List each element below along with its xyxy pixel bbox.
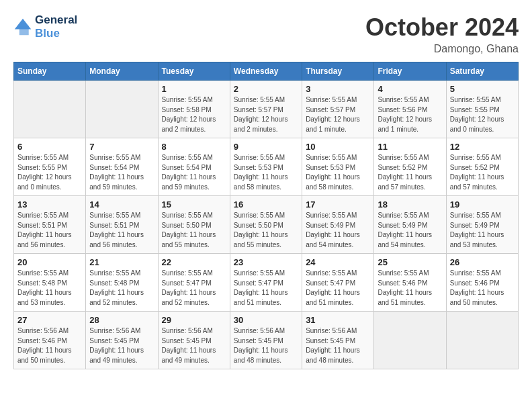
day-info: Sunrise: 5:55 AMSunset: 5:53 PMDaylight:…: [306, 153, 370, 192]
calendar-cell: 8Sunrise: 5:55 AMSunset: 5:54 PMDaylight…: [158, 138, 230, 196]
day-number: 12: [450, 142, 515, 152]
calendar-header: SundayMondayTuesdayWednesdayThursdayFrid…: [14, 62, 519, 81]
day-info: Sunrise: 5:55 AMSunset: 5:47 PMDaylight:…: [234, 269, 298, 308]
calendar-cell: 24Sunrise: 5:55 AMSunset: 5:47 PMDayligh…: [302, 254, 374, 312]
calendar-cell: 28Sunrise: 5:56 AMSunset: 5:45 PMDayligh…: [86, 312, 158, 369]
calendar-table: SundayMondayTuesdayWednesdayThursdayFrid…: [13, 62, 519, 369]
day-info: Sunrise: 5:55 AMSunset: 5:46 PMDaylight:…: [378, 269, 442, 308]
day-number: 10: [306, 142, 370, 152]
day-number: 8: [162, 142, 226, 152]
day-info: Sunrise: 5:56 AMSunset: 5:45 PMDaylight:…: [89, 326, 154, 365]
day-info: Sunrise: 5:55 AMSunset: 5:57 PMDaylight:…: [306, 95, 370, 134]
calendar-cell: 3Sunrise: 5:55 AMSunset: 5:57 PMDaylight…: [302, 81, 374, 138]
day-info: Sunrise: 5:55 AMSunset: 5:56 PMDaylight:…: [378, 95, 442, 134]
day-number: 26: [450, 257, 515, 267]
day-number: 17: [306, 199, 370, 210]
day-number: 2: [234, 84, 298, 94]
calendar-cell: 2Sunrise: 5:55 AMSunset: 5:57 PMDaylight…: [230, 81, 302, 138]
day-number: 11: [378, 142, 442, 152]
day-info: Sunrise: 5:55 AMSunset: 5:52 PMDaylight:…: [378, 153, 442, 192]
day-number: 6: [17, 142, 82, 152]
day-number: 15: [162, 199, 226, 210]
day-number: 16: [234, 199, 298, 210]
day-number: 4: [378, 84, 442, 94]
week-row-3: 13Sunrise: 5:55 AMSunset: 5:51 PMDayligh…: [14, 196, 519, 254]
day-info: Sunrise: 5:55 AMSunset: 5:47 PMDaylight:…: [162, 269, 226, 308]
month-title: October 2024: [365, 13, 519, 42]
day-number: 25: [378, 257, 442, 267]
calendar-cell: 7Sunrise: 5:55 AMSunset: 5:54 PMDaylight…: [86, 138, 158, 196]
calendar-cell: 14Sunrise: 5:55 AMSunset: 5:51 PMDayligh…: [86, 196, 158, 254]
day-info: Sunrise: 5:55 AMSunset: 5:49 PMDaylight:…: [306, 211, 370, 250]
day-info: Sunrise: 5:55 AMSunset: 5:52 PMDaylight:…: [450, 153, 515, 192]
day-number: 20: [17, 257, 82, 267]
calendar-cell: 29Sunrise: 5:56 AMSunset: 5:45 PMDayligh…: [158, 312, 230, 369]
header-day-saturday: Saturday: [446, 62, 518, 81]
day-number: 9: [234, 142, 298, 152]
day-info: Sunrise: 5:56 AMSunset: 5:46 PMDaylight:…: [17, 326, 82, 365]
day-number: 1: [162, 84, 226, 94]
header-day-wednesday: Wednesday: [230, 62, 302, 81]
day-info: Sunrise: 5:55 AMSunset: 5:55 PMDaylight:…: [450, 95, 515, 134]
day-number: 7: [89, 142, 154, 152]
page-header: General Blue October 2024 Damongo, Ghana: [13, 13, 519, 55]
calendar-cell: 17Sunrise: 5:55 AMSunset: 5:49 PMDayligh…: [302, 196, 374, 254]
header-day-sunday: Sunday: [14, 62, 86, 81]
calendar-cell: 22Sunrise: 5:55 AMSunset: 5:47 PMDayligh…: [158, 254, 230, 312]
calendar-cell: 26Sunrise: 5:55 AMSunset: 5:46 PMDayligh…: [446, 254, 518, 312]
day-number: 13: [17, 199, 82, 210]
day-number: 21: [89, 257, 154, 267]
location-title: Damongo, Ghana: [365, 43, 519, 55]
day-number: 22: [162, 257, 226, 267]
week-row-4: 20Sunrise: 5:55 AMSunset: 5:48 PMDayligh…: [14, 254, 519, 312]
calendar-cell: 9Sunrise: 5:55 AMSunset: 5:53 PMDaylight…: [230, 138, 302, 196]
header-day-thursday: Thursday: [302, 62, 374, 81]
day-number: 24: [306, 257, 370, 267]
day-info: Sunrise: 5:56 AMSunset: 5:45 PMDaylight:…: [234, 326, 298, 365]
day-info: Sunrise: 5:55 AMSunset: 5:51 PMDaylight:…: [89, 211, 154, 250]
header-day-monday: Monday: [86, 62, 158, 81]
day-info: Sunrise: 5:55 AMSunset: 5:51 PMDaylight:…: [17, 211, 82, 250]
day-info: Sunrise: 5:56 AMSunset: 5:45 PMDaylight:…: [306, 326, 370, 365]
day-info: Sunrise: 5:55 AMSunset: 5:57 PMDaylight:…: [234, 95, 298, 134]
day-number: 23: [234, 257, 298, 267]
calendar-cell: 10Sunrise: 5:55 AMSunset: 5:53 PMDayligh…: [302, 138, 374, 196]
calendar-cell: 25Sunrise: 5:55 AMSunset: 5:46 PMDayligh…: [374, 254, 446, 312]
day-info: Sunrise: 5:55 AMSunset: 5:53 PMDaylight:…: [234, 153, 298, 192]
header-day-tuesday: Tuesday: [158, 62, 230, 81]
title-area: October 2024 Damongo, Ghana: [365, 13, 519, 55]
calendar-cell: 30Sunrise: 5:56 AMSunset: 5:45 PMDayligh…: [230, 312, 302, 369]
day-number: 31: [306, 315, 370, 325]
calendar-cell: 11Sunrise: 5:55 AMSunset: 5:52 PMDayligh…: [374, 138, 446, 196]
logo: General Blue: [13, 13, 77, 40]
day-info: Sunrise: 5:55 AMSunset: 5:48 PMDaylight:…: [17, 269, 82, 308]
calendar-cell: [14, 81, 86, 138]
day-info: Sunrise: 5:55 AMSunset: 5:48 PMDaylight:…: [89, 269, 154, 308]
calendar-cell: 20Sunrise: 5:55 AMSunset: 5:48 PMDayligh…: [14, 254, 86, 312]
calendar-cell: 12Sunrise: 5:55 AMSunset: 5:52 PMDayligh…: [446, 138, 518, 196]
day-info: Sunrise: 5:55 AMSunset: 5:49 PMDaylight:…: [378, 211, 442, 250]
day-number: 28: [89, 315, 154, 325]
calendar-cell: [374, 312, 446, 369]
calendar-cell: 19Sunrise: 5:55 AMSunset: 5:49 PMDayligh…: [446, 196, 518, 254]
calendar-cell: [86, 81, 158, 138]
calendar-cell: 15Sunrise: 5:55 AMSunset: 5:50 PMDayligh…: [158, 196, 230, 254]
day-number: 30: [234, 315, 298, 325]
calendar-cell: 31Sunrise: 5:56 AMSunset: 5:45 PMDayligh…: [302, 312, 374, 369]
day-info: Sunrise: 5:55 AMSunset: 5:50 PMDaylight:…: [162, 211, 226, 250]
calendar-cell: 5Sunrise: 5:55 AMSunset: 5:55 PMDaylight…: [446, 81, 518, 138]
day-info: Sunrise: 5:55 AMSunset: 5:50 PMDaylight:…: [234, 211, 298, 250]
day-info: Sunrise: 5:55 AMSunset: 5:58 PMDaylight:…: [162, 95, 226, 134]
day-info: Sunrise: 5:55 AMSunset: 5:47 PMDaylight:…: [306, 269, 370, 308]
calendar-cell: 16Sunrise: 5:55 AMSunset: 5:50 PMDayligh…: [230, 196, 302, 254]
logo-text: General Blue: [35, 13, 77, 40]
day-number: 3: [306, 84, 370, 94]
week-row-5: 27Sunrise: 5:56 AMSunset: 5:46 PMDayligh…: [14, 312, 519, 369]
calendar-cell: [446, 312, 518, 369]
day-info: Sunrise: 5:55 AMSunset: 5:49 PMDaylight:…: [450, 211, 515, 250]
week-row-2: 6Sunrise: 5:55 AMSunset: 5:55 PMDaylight…: [14, 138, 519, 196]
calendar-body: 1Sunrise: 5:55 AMSunset: 5:58 PMDaylight…: [14, 81, 519, 369]
header-row: SundayMondayTuesdayWednesdayThursdayFrid…: [14, 62, 519, 81]
calendar-cell: 27Sunrise: 5:56 AMSunset: 5:46 PMDayligh…: [14, 312, 86, 369]
day-number: 19: [450, 199, 515, 210]
